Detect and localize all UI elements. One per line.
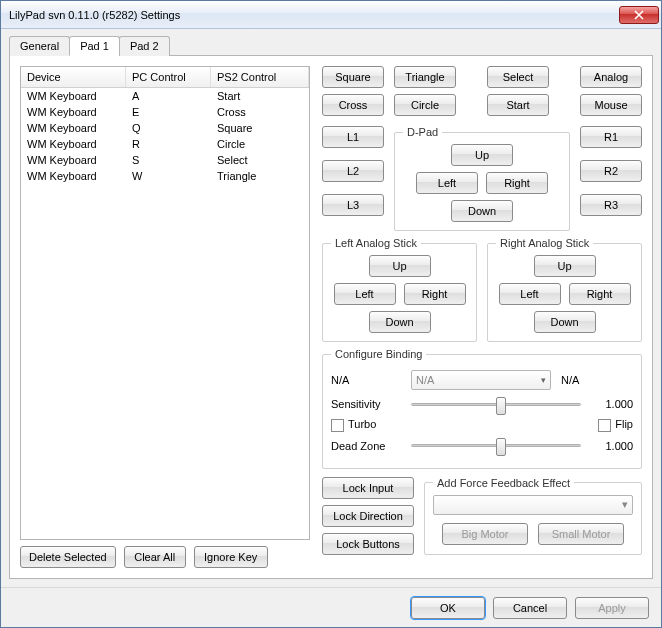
dpad-group: D-Pad Up Left Right Down [394, 126, 570, 231]
cell-device: WM Keyboard [21, 120, 126, 136]
configure-binding-group: Configure Binding N/A N/A ▾ N/A Sensitiv… [322, 348, 642, 469]
configure-binding-title: Configure Binding [331, 348, 426, 360]
cell-ps2: Triangle [211, 168, 309, 184]
flip-checkbox[interactable]: Flip [598, 418, 633, 432]
cell-pc: W [126, 168, 211, 184]
rstick-right-button[interactable]: Right [569, 283, 631, 305]
cell-ps2: Select [211, 152, 309, 168]
cell-device: WM Keyboard [21, 104, 126, 120]
rstick-left-button[interactable]: Left [499, 283, 561, 305]
binding-extra: N/A [561, 374, 579, 386]
table-row[interactable]: WM KeyboardQSquare [21, 120, 309, 136]
analog-button[interactable]: Analog [580, 66, 642, 88]
tabs: General Pad 1 Pad 2 [9, 35, 653, 56]
right-stick-title: Right Analog Stick [496, 237, 593, 249]
l3-button[interactable]: L3 [322, 194, 384, 216]
big-motor-button[interactable]: Big Motor [442, 523, 528, 545]
force-feedback-group: Add Force Feedback Effect ▾ Big Motor Sm… [424, 477, 642, 555]
binding-combo[interactable]: N/A ▾ [411, 370, 551, 390]
col-pc[interactable]: PC Control [126, 67, 211, 87]
list-header: Device PC Control PS2 Control [21, 67, 309, 88]
ff-device-combo[interactable]: ▾ [433, 495, 633, 515]
table-row[interactable]: WM KeyboardWTriangle [21, 168, 309, 184]
rstick-up-button[interactable]: Up [534, 255, 596, 277]
cell-pc: A [126, 88, 211, 104]
dpad-up-button[interactable]: Up [451, 144, 513, 166]
cell-device: WM Keyboard [21, 136, 126, 152]
delete-selected-button[interactable]: Delete Selected [20, 546, 116, 568]
cell-pc: S [126, 152, 211, 168]
mouse-button[interactable]: Mouse [580, 94, 642, 116]
tab-pad2[interactable]: Pad 2 [119, 36, 170, 56]
left-stick-group: Left Analog Stick Up Left Right Down [322, 237, 477, 342]
col-ps2[interactable]: PS2 Control [211, 67, 309, 87]
dpad-right-button[interactable]: Right [486, 172, 548, 194]
binding-name: N/A [331, 374, 401, 386]
sensitivity-label: Sensitivity [331, 398, 401, 410]
r1-button[interactable]: R1 [580, 126, 642, 148]
turbo-checkbox[interactable]: Turbo [331, 418, 376, 432]
tab-body: Device PC Control PS2 Control WM Keyboar… [9, 56, 653, 579]
tab-pad1[interactable]: Pad 1 [69, 36, 120, 56]
cell-pc: E [126, 104, 211, 120]
col-device[interactable]: Device [21, 67, 126, 87]
left-stick-title: Left Analog Stick [331, 237, 421, 249]
start-button[interactable]: Start [487, 94, 549, 116]
circle-button[interactable]: Circle [394, 94, 456, 116]
dpad-left-button[interactable]: Left [416, 172, 478, 194]
deadzone-label: Dead Zone [331, 440, 401, 452]
lock-direction-button[interactable]: Lock Direction [322, 505, 414, 527]
table-row[interactable]: WM KeyboardECross [21, 104, 309, 120]
cell-device: WM Keyboard [21, 88, 126, 104]
bindings-list[interactable]: Device PC Control PS2 Control WM Keyboar… [20, 66, 310, 540]
deadzone-slider[interactable] [411, 436, 581, 456]
lock-buttons-button[interactable]: Lock Buttons [322, 533, 414, 555]
lock-input-button[interactable]: Lock Input [322, 477, 414, 499]
cell-ps2: Cross [211, 104, 309, 120]
select-button[interactable]: Select [487, 66, 549, 88]
lstick-left-button[interactable]: Left [334, 283, 396, 305]
rstick-down-button[interactable]: Down [534, 311, 596, 333]
dialog-footer: OK Cancel Apply [1, 587, 661, 627]
chevron-down-icon: ▾ [622, 498, 628, 511]
square-button[interactable]: Square [322, 66, 384, 88]
binding-combo-value: N/A [416, 374, 434, 386]
cell-ps2: Start [211, 88, 309, 104]
sensitivity-value: 1.000 [591, 398, 633, 410]
triangle-button[interactable]: Triangle [394, 66, 456, 88]
clear-all-button[interactable]: Clear All [124, 546, 186, 568]
settings-window: LilyPad svn 0.11.0 (r5282) Settings Gene… [0, 0, 662, 628]
cancel-button[interactable]: Cancel [493, 597, 567, 619]
table-row[interactable]: WM KeyboardRCircle [21, 136, 309, 152]
cell-ps2: Square [211, 120, 309, 136]
cell-pc: R [126, 136, 211, 152]
tab-general[interactable]: General [9, 36, 70, 56]
close-icon [634, 10, 644, 20]
lstick-right-button[interactable]: Right [404, 283, 466, 305]
r2-button[interactable]: R2 [580, 160, 642, 182]
small-motor-button[interactable]: Small Motor [538, 523, 624, 545]
table-row[interactable]: WM KeyboardAStart [21, 88, 309, 104]
window-title: LilyPad svn 0.11.0 (r5282) Settings [9, 9, 619, 21]
chevron-down-icon: ▾ [541, 375, 546, 385]
close-button[interactable] [619, 6, 659, 24]
r3-button[interactable]: R3 [580, 194, 642, 216]
dpad-title: D-Pad [403, 126, 442, 138]
cell-device: WM Keyboard [21, 152, 126, 168]
apply-button[interactable]: Apply [575, 597, 649, 619]
sensitivity-slider[interactable] [411, 394, 581, 414]
lstick-down-button[interactable]: Down [369, 311, 431, 333]
deadzone-value: 1.000 [591, 440, 633, 452]
ok-button[interactable]: OK [411, 597, 485, 619]
ff-title: Add Force Feedback Effect [433, 477, 574, 489]
cross-button[interactable]: Cross [322, 94, 384, 116]
lstick-up-button[interactable]: Up [369, 255, 431, 277]
right-stick-group: Right Analog Stick Up Left Right Down [487, 237, 642, 342]
ignore-key-button[interactable]: Ignore Key [194, 546, 268, 568]
client-area: General Pad 1 Pad 2 Device PC Control PS… [1, 29, 661, 587]
l1-button[interactable]: L1 [322, 126, 384, 148]
l2-button[interactable]: L2 [322, 160, 384, 182]
table-row[interactable]: WM KeyboardSSelect [21, 152, 309, 168]
titlebar: LilyPad svn 0.11.0 (r5282) Settings [1, 1, 661, 29]
dpad-down-button[interactable]: Down [451, 200, 513, 222]
